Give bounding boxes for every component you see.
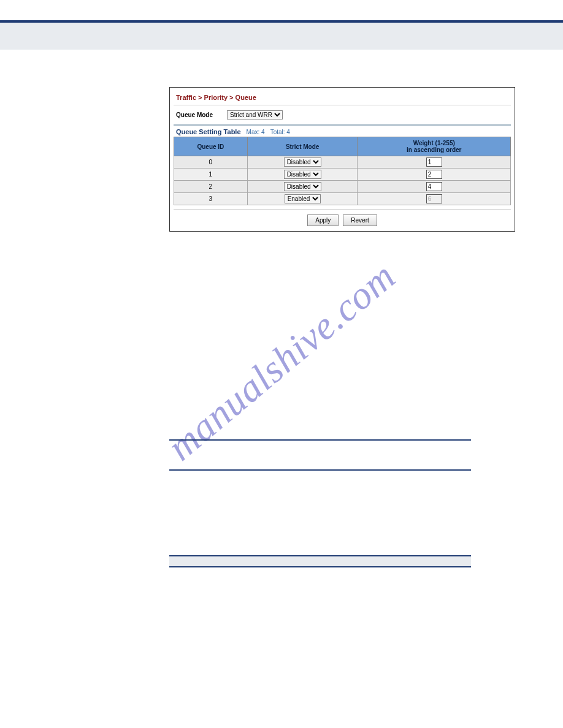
strict-mode-select[interactable]: Disabled xyxy=(284,182,321,191)
col-weight: Weight (1-255) in ascending order xyxy=(358,137,511,156)
col-weight-text: Weight (1-255) in ascending order xyxy=(407,140,461,153)
button-row: Apply Revert xyxy=(174,209,511,227)
strict-mode-select[interactable]: Disabled xyxy=(284,170,321,179)
cell-queue-id: 3 xyxy=(174,193,248,205)
revert-button[interactable]: Revert xyxy=(343,214,377,226)
queue-mode-select[interactable]: Strict and WRR xyxy=(227,110,283,119)
top-band xyxy=(0,23,563,50)
col-strict-mode: Strict Mode xyxy=(247,137,358,156)
table-row: 1Disabled xyxy=(174,169,511,181)
weight-input[interactable] xyxy=(426,170,442,179)
queue-mode-label: Queue Mode xyxy=(176,112,225,118)
cell-queue-id: 0 xyxy=(174,156,248,169)
table-row: 2Disabled xyxy=(174,181,511,193)
queue-table: Queue ID Strict Mode Weight (1-255) in a… xyxy=(174,137,511,205)
table-total: Total: 4 xyxy=(270,129,290,135)
strict-mode-select[interactable]: Disabled xyxy=(284,157,321,167)
cell-weight xyxy=(358,193,511,205)
table-caption: Queue Setting Table Max: 4 Total: 4 xyxy=(174,124,511,137)
watermark: manualshive.com xyxy=(159,253,405,469)
table-max: Max: 4 xyxy=(247,129,265,135)
table-row: 3Enabled xyxy=(174,193,511,205)
cell-strict-mode: Disabled xyxy=(247,181,358,193)
weight-input[interactable] xyxy=(426,182,442,191)
config-panel: Traffic > Priority > Queue Queue Mode St… xyxy=(169,87,515,232)
cell-strict-mode: Disabled xyxy=(247,156,358,169)
cell-strict-mode: Enabled xyxy=(247,193,358,205)
cell-queue-id: 2 xyxy=(174,181,248,193)
weight-input[interactable] xyxy=(426,157,442,167)
mid-band xyxy=(169,555,471,567)
table-name: Queue Setting Table xyxy=(176,128,241,135)
mid-rule-1 xyxy=(169,439,471,441)
cell-strict-mode: Disabled xyxy=(247,169,358,181)
cell-queue-id: 1 xyxy=(174,169,248,181)
queue-mode-row: Queue Mode Strict and WRR xyxy=(174,105,511,122)
breadcrumb: Traffic > Priority > Queue xyxy=(174,91,511,105)
apply-button[interactable]: Apply xyxy=(307,214,339,226)
mid-rule-2 xyxy=(169,469,471,471)
strict-mode-select[interactable]: Enabled xyxy=(285,194,321,203)
cell-weight xyxy=(358,181,511,193)
table-row: 0Disabled xyxy=(174,156,511,169)
weight-input xyxy=(426,194,442,203)
col-queue-id: Queue ID xyxy=(174,137,248,156)
cell-weight xyxy=(358,169,511,181)
cell-weight xyxy=(358,156,511,169)
